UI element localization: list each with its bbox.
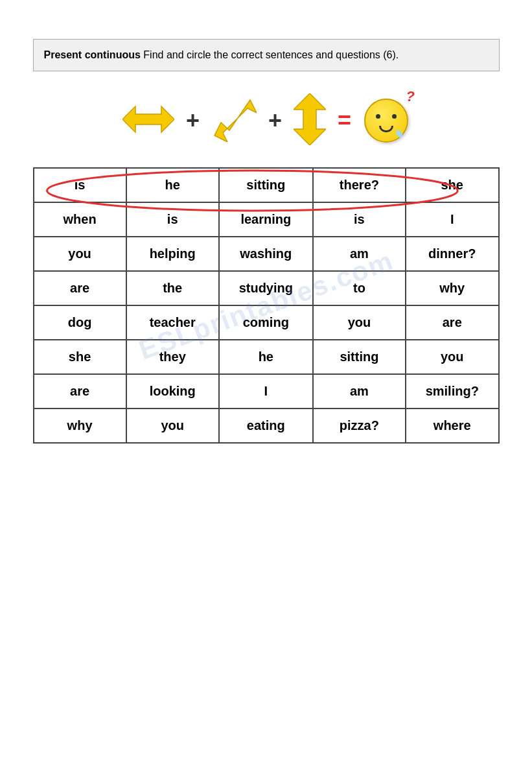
table-cell-r3-c0: are [34,271,126,305]
table-cell-r1-c3: is [313,202,406,237]
mouth [379,126,393,132]
table-cell-r0-c4: she [406,168,499,202]
table-cell-r6-c4: smiling? [406,374,499,409]
svg-marker-0 [122,106,174,132]
table-cell-r2-c4: dinner? [406,237,499,271]
table-cell-r1-c2: learning [219,202,313,237]
table-cell-r3-c4: why [406,271,499,305]
table-cell-r4-c1: teacher [126,305,219,340]
left-right-arrow-icon [122,100,174,141]
table-cell-r1-c0: when [34,202,126,237]
table-cell-r1-c4: I [406,202,499,237]
plus-icon-1: + [186,107,200,134]
table-cell-r7-c2: eating [219,409,313,443]
table-cell-r6-c3: am [313,374,406,409]
table-cell-r7-c1: you [126,409,219,443]
instruction-rest: Find and circle the correct sentences an… [141,49,399,60]
page-container: Present continuous Find and circle the c… [33,39,500,444]
table-cell-r4-c2: coming [219,305,313,340]
word-table: ishesittingthere?shewhenislearningisIyou… [33,167,500,444]
svg-marker-2 [294,93,326,145]
table-cell-r7-c4: where [406,409,499,443]
table-cell-r7-c0: why [34,409,126,443]
table-cell-r2-c1: helping [126,237,219,271]
table-cell-r6-c0: are [34,374,126,409]
confused-emoji-icon: ? [363,97,410,144]
table-cell-r2-c3: am [313,237,406,271]
table-cell-r1-c1: is [126,202,219,237]
eye-right [392,114,397,119]
table-cell-r5-c1: they [126,340,219,374]
table-cell-r4-c3: you [313,305,406,340]
eye-left [376,114,380,119]
instruction-bold: Present continuous [44,49,141,60]
equals-icon: = [338,107,351,134]
table-cell-r5-c0: she [34,340,126,374]
up-down-arrow-icon [294,93,326,148]
plus-icon-2: + [268,107,282,134]
table-cell-r7-c3: pizza? [313,409,406,443]
table-cell-r4-c4: are [406,305,499,340]
table-cell-r0-c1: he [126,168,219,202]
table-cell-r0-c0: is [34,168,126,202]
table-cell-r5-c4: you [406,340,499,374]
sweat-drop [395,129,404,138]
instruction-box: Present continuous Find and circle the c… [33,39,500,71]
table-cell-r6-c2: I [219,374,313,409]
question-mark-icon: ? [406,88,415,105]
formula-row: + + = ? [33,93,500,148]
diagonal-arrow-icon [211,97,257,145]
table-cell-r3-c3: to [313,271,406,305]
table-cell-r3-c1: the [126,271,219,305]
table-cell-r0-c2: sitting [219,168,313,202]
table-cell-r2-c2: washing [219,237,313,271]
table-cell-r4-c0: dog [34,305,126,340]
word-grid-wrapper: ESLprintables.com ishesittingthere?shewh… [33,167,500,444]
table-cell-r2-c0: you [34,237,126,271]
table-cell-r3-c2: studying [219,271,313,305]
table-cell-r6-c1: looking [126,374,219,409]
table-cell-r0-c3: there? [313,168,406,202]
table-cell-r5-c2: he [219,340,313,374]
table-cell-r5-c3: sitting [313,340,406,374]
svg-marker-1 [214,100,257,142]
